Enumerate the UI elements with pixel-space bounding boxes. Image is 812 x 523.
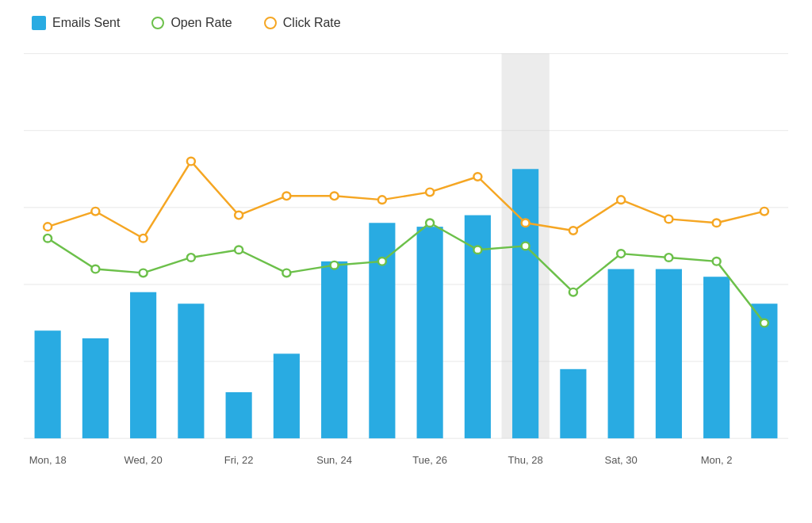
- svg-point-34: [569, 288, 577, 296]
- legend-open-rate: Open Rate: [151, 16, 232, 30]
- legend-emails-sent-icon: [32, 16, 46, 30]
- svg-rect-8: [82, 338, 109, 438]
- svg-point-35: [617, 250, 625, 258]
- svg-rect-11: [226, 392, 252, 438]
- legend-open-rate-label: Open Rate: [170, 16, 232, 30]
- chart-container: Emails Sent Open Rate Click Rate Mon, 18…: [0, 0, 812, 523]
- legend-emails-sent-label: Emails Sent: [52, 16, 120, 30]
- svg-point-23: [44, 235, 52, 242]
- svg-point-29: [331, 262, 339, 269]
- legend-click-rate-label: Click Rate: [283, 16, 341, 30]
- svg-point-51: [617, 196, 625, 204]
- svg-rect-9: [130, 292, 156, 439]
- x-axis-label: Wed, 20: [124, 454, 163, 466]
- svg-point-44: [282, 192, 290, 200]
- svg-rect-12: [274, 353, 300, 438]
- svg-rect-18: [560, 369, 586, 438]
- svg-point-26: [187, 254, 195, 262]
- svg-point-42: [187, 158, 195, 166]
- svg-point-30: [378, 258, 386, 265]
- svg-rect-13: [321, 262, 347, 438]
- svg-point-40: [91, 208, 99, 216]
- x-axis-label: Thu, 28: [508, 454, 543, 466]
- svg-point-46: [378, 196, 386, 204]
- x-axis-label: Sun, 24: [316, 454, 352, 466]
- svg-point-43: [235, 212, 243, 220]
- x-axis-label: Tue, 26: [412, 454, 447, 466]
- x-axis-label: Fri, 22: [224, 454, 254, 466]
- legend-click-rate: Click Rate: [264, 16, 341, 30]
- svg-rect-7: [35, 330, 61, 438]
- chart-legend: Emails Sent Open Rate Click Rate: [24, 16, 788, 30]
- x-axis-label: Mon, 18: [29, 454, 67, 466]
- legend-emails-sent: Emails Sent: [32, 16, 120, 30]
- svg-point-28: [282, 269, 290, 277]
- svg-rect-14: [369, 223, 395, 438]
- svg-point-36: [665, 254, 672, 262]
- svg-rect-17: [512, 169, 538, 438]
- legend-click-rate-icon: [264, 17, 277, 29]
- svg-point-37: [713, 258, 721, 265]
- svg-point-32: [473, 246, 481, 254]
- svg-point-45: [331, 192, 339, 200]
- svg-point-49: [522, 219, 530, 227]
- svg-rect-15: [417, 227, 443, 438]
- svg-point-47: [426, 189, 434, 197]
- svg-point-41: [140, 235, 147, 242]
- x-axis-label: Sat, 30: [605, 454, 638, 466]
- svg-point-48: [473, 173, 481, 181]
- svg-point-53: [713, 219, 721, 227]
- svg-point-27: [235, 246, 243, 254]
- svg-point-25: [140, 269, 147, 277]
- svg-point-54: [760, 208, 768, 216]
- svg-rect-20: [656, 269, 682, 439]
- svg-point-31: [426, 219, 434, 227]
- svg-point-38: [760, 319, 768, 327]
- chart-area: Mon, 18Wed, 20Fri, 22Sun, 24Tue, 26Thu, …: [24, 46, 788, 466]
- svg-rect-21: [703, 277, 730, 438]
- legend-open-rate-icon: [151, 17, 164, 29]
- svg-rect-19: [608, 269, 634, 439]
- x-axis-label: Mon, 2: [701, 454, 733, 466]
- svg-point-52: [665, 216, 672, 223]
- svg-point-24: [91, 265, 99, 273]
- x-axis-labels: Mon, 18Wed, 20Fri, 22Sun, 24Tue, 26Thu, …: [24, 442, 788, 466]
- svg-point-39: [44, 223, 52, 231]
- main-chart-svg: [24, 46, 788, 442]
- svg-point-50: [569, 227, 577, 235]
- svg-point-33: [522, 242, 530, 250]
- svg-rect-10: [178, 303, 204, 438]
